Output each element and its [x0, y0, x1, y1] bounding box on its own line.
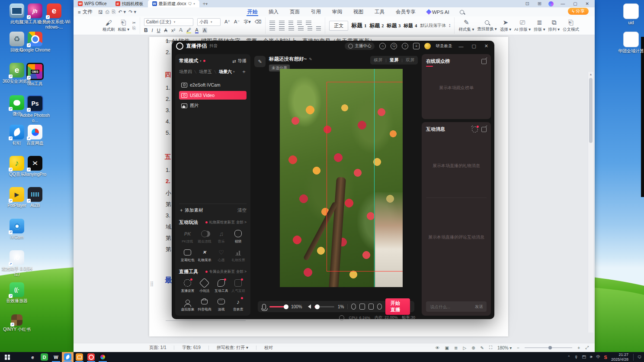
- cut-copy-buttons[interactable]: ✂ ⎘: [132, 20, 136, 31]
- tray-ime-icon[interactable]: 中: [596, 354, 600, 360]
- tray-microphone-icon[interactable]: 🎙: [574, 355, 578, 359]
- tool-games[interactable]: 游戏: [213, 298, 230, 312]
- scene-tab-5[interactable]: 场景五: [199, 69, 212, 75]
- zoom-in-button[interactable]: +: [577, 346, 580, 350]
- desktop-icon-uid-doc[interactable]: uid: [614, 3, 644, 26]
- tab-current-doc[interactable]: W 最新搭建.docx 🗨 •: [148, 0, 199, 7]
- paragraph-drag-handle-icon[interactable]: ⣿: [150, 281, 153, 287]
- scene-tab-4[interactable]: 场景四: [179, 69, 192, 75]
- desktop-icon-baidu-netdisk[interactable]: 百度网盘: [18, 125, 52, 146]
- source-selection-rect[interactable]: [327, 82, 403, 272]
- user-avatar[interactable]: [424, 43, 431, 49]
- style-heading3[interactable]: 标题3: [387, 23, 400, 29]
- desktop-icon-obs-tool[interactable]: obs工具: [18, 63, 52, 87]
- desktop-icon-ivcam[interactable]: iVCam: [0, 219, 34, 240]
- tool-mini-play[interactable]: 小玩法: [196, 279, 213, 294]
- chat-input[interactable]: [429, 304, 472, 310]
- style-heading1[interactable]: 标题1: [351, 22, 366, 29]
- layout-switch-icon[interactable]: ⊡: [524, 1, 531, 6]
- tray-sogou-icon[interactable]: S: [604, 355, 607, 360]
- taskbar-360-browser[interactable]: e: [27, 352, 38, 362]
- menu-review[interactable]: 审阅: [331, 9, 343, 15]
- redo-icon[interactable]: ↷ ▾: [127, 9, 138, 15]
- orientation-landscape[interactable]: 横屏: [374, 57, 382, 63]
- video-preview[interactable]: [280, 69, 403, 287]
- zoom-level[interactable]: 180% ▾: [497, 346, 512, 350]
- viewers-tab[interactable]: 在线观众榜: [426, 58, 450, 65]
- gallery-scroll-arrows[interactable]: ▴▾: [449, 23, 450, 28]
- italic-button[interactable]: I: [152, 28, 153, 33]
- live-maximize-button[interactable]: ▢: [470, 43, 477, 49]
- desktop-icon-sound-player[interactable]: 音效播放器: [0, 282, 34, 304]
- tray-clock[interactable]: 21:27 2025/4/28: [611, 352, 628, 362]
- taskbar-green-d-app[interactable]: D: [38, 352, 50, 362]
- menu-insert[interactable]: 插入: [268, 9, 279, 15]
- director-button[interactable]: ⇄ 导播: [232, 58, 247, 64]
- word-count[interactable]: 字数: 619: [182, 345, 200, 351]
- menu-home[interactable]: 开始: [247, 9, 258, 15]
- feature-audience-link[interactable]: 观众连线: [196, 230, 213, 244]
- wps-maximize-button[interactable]: ▢: [572, 1, 578, 6]
- decrease-indent-icon[interactable]: [288, 21, 293, 25]
- new-tab-button[interactable]: +: [203, 1, 206, 7]
- tool-popularity-box[interactable]: 人气宝箱: [230, 279, 247, 294]
- fit-page-icon[interactable]: ⛶: [489, 345, 492, 350]
- increase-font-icon[interactable]: A⁺: [224, 19, 230, 25]
- format-painter-button[interactable]: 🖌 格式刷: [103, 19, 115, 32]
- web-view-icon[interactable]: ⊕: [471, 346, 475, 350]
- gov-mode-button[interactable]: ⎗ 公文模式: [563, 19, 579, 32]
- message-settings-icon[interactable]: [472, 126, 478, 133]
- style-normal[interactable]: 正文: [329, 21, 348, 31]
- style-default-font[interactable]: 默认段落字体: [420, 23, 446, 29]
- mic-volume-slider[interactable]: [269, 306, 288, 307]
- paste-button[interactable]: ⎗ 粘贴 ▾: [118, 19, 129, 32]
- font-size-select[interactable]: 小四▾: [197, 18, 221, 26]
- camera-toggle-icon[interactable]: [368, 304, 374, 310]
- taskbar-screen-recorder[interactable]: [74, 352, 85, 362]
- desktop-icon-spreadsheet[interactable]: 华团全域计算: [614, 32, 644, 54]
- align-right-icon[interactable]: [288, 26, 294, 31]
- decrease-font-icon[interactable]: A⁻: [234, 19, 240, 25]
- char-shading-button[interactable]: A: [202, 28, 207, 33]
- feature-red-packet[interactable]: 定期红包: [179, 249, 196, 263]
- zoom-out-button[interactable]: −: [517, 346, 519, 350]
- send-button[interactable]: 发送: [475, 304, 483, 310]
- style-heading4[interactable]: 标题4: [404, 23, 417, 29]
- align-left-icon[interactable]: [269, 26, 275, 31]
- fullscreen-icon[interactable]: ⤢: [585, 345, 589, 350]
- desktop-icon-member-system[interactable]: 会员分发系统-Windows-...: [37, 3, 71, 29]
- tray-speaker-icon[interactable]: 🕪: [590, 355, 593, 359]
- menu-page[interactable]: 页面: [289, 9, 301, 15]
- popout-icon[interactable]: [481, 59, 487, 64]
- shading-icon[interactable]: [316, 26, 321, 31]
- taskbar-red-ring-app[interactable]: [85, 352, 97, 362]
- font-name-select[interactable]: Calibri (正文)▾: [144, 18, 193, 26]
- edit-cover-button[interactable]: ✎: [254, 56, 266, 67]
- theme-icon[interactable]: ⊞: [536, 1, 543, 6]
- find-replace-button[interactable]: 查找替换 ▾: [477, 19, 497, 32]
- mode-selector[interactable]: 常规模式: [179, 58, 198, 64]
- anchor-center-button[interactable]: 主播中心: [345, 42, 375, 50]
- highlight-color-button[interactable]: 🖉: [186, 27, 191, 33]
- align-center-icon[interactable]: [279, 26, 285, 31]
- line-spacing-icon[interactable]: [308, 26, 312, 31]
- taskbar-jianying[interactable]: [97, 352, 109, 362]
- source-ivcam[interactable]: e2eSoft iVCam: [179, 81, 247, 89]
- menu-view[interactable]: 视图: [352, 9, 364, 15]
- tool-sound-library[interactable]: ♪音效库: [230, 298, 247, 312]
- bold-button[interactable]: B: [144, 27, 148, 33]
- menu-icon[interactable]: ≡: [413, 43, 420, 49]
- tool-virtual-avatar[interactable]: 虚拟形象: [179, 298, 196, 312]
- share-button[interactable]: ϟ 分享: [568, 8, 589, 15]
- clear-format-icon[interactable]: ⌫: [255, 19, 262, 25]
- settings-gear-icon[interactable]: [377, 304, 382, 310]
- justify-icon[interactable]: [298, 26, 304, 31]
- start-button[interactable]: [0, 352, 15, 362]
- scene-tab-6[interactable]: 场景六: [219, 69, 232, 75]
- beauty-effect-icon[interactable]: [351, 304, 356, 310]
- clear-button[interactable]: 清空: [237, 207, 247, 213]
- ai-typeset-button[interactable]: ⎚ AI 排版 ▾: [514, 19, 531, 32]
- tray-expand-icon[interactable]: ⌃: [567, 355, 570, 359]
- eye-icon[interactable]: 👁: [436, 346, 440, 350]
- search-icon[interactable]: [460, 10, 464, 14]
